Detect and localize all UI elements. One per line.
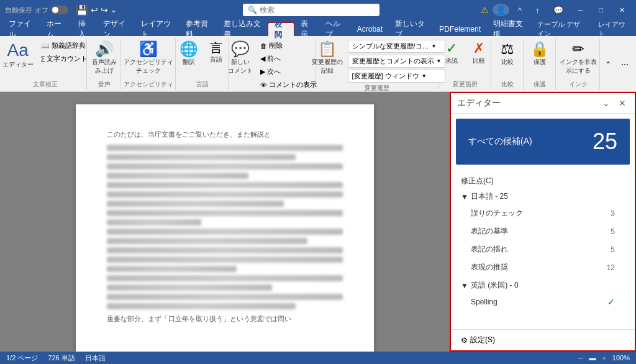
editor-item-en-spelling[interactable]: Spelling ✓ [461, 293, 625, 311]
ribbon-collapse-btn[interactable]: ^ [513, 3, 527, 17]
protect-icon: 🔒 [530, 42, 549, 57]
ink-group-label: インク [569, 80, 588, 89]
tab-view[interactable]: 表示 [294, 22, 320, 36]
voice-group-label: 音声 [98, 80, 111, 89]
tab-help[interactable]: ヘルプ [319, 22, 351, 36]
tab-home[interactable]: ホーム [40, 22, 72, 36]
close-btn[interactable]: ✕ [613, 4, 631, 17]
minimize-btn[interactable]: ─ [572, 4, 589, 16]
tab-pdfelement[interactable]: PDFelement [433, 22, 487, 36]
maximize-btn[interactable]: □ [593, 4, 609, 16]
thesaurus-btn[interactable]: 📖 類義語辞典 [39, 40, 91, 52]
autosave-toggle[interactable] [51, 6, 68, 14]
thesaurus-icon: 📖 [41, 42, 50, 50]
read-aloud-btn[interactable]: 🔊 音声読みみ上げ [89, 40, 119, 77]
ribbon-toggle-btn[interactable]: ⌃ [601, 58, 615, 71]
editor-settings-area[interactable]: ⚙ 設定(S) [451, 329, 635, 350]
compare-btn[interactable]: ⚖ 比較 [495, 40, 520, 68]
new-comment-btn[interactable]: 💬 新しいコメント [225, 40, 255, 77]
dropdown-arrow-1: ▼ [432, 43, 437, 49]
tab-references[interactable]: 参考資料 [179, 22, 217, 36]
track-dropdown-1[interactable]: シンプルな変更履歴/コ… ▼ [348, 40, 446, 53]
language-buttons: 🌐 翻訳 言 言語 [176, 40, 229, 79]
accept-btn[interactable]: ✓ 承認 [439, 40, 464, 67]
protect-btn[interactable]: 🔒 保護 [527, 40, 552, 68]
share-btn[interactable]: ↑ [530, 3, 545, 17]
tab-insert[interactable]: 挿入 [72, 22, 98, 36]
undo-icon[interactable]: ↩ [91, 5, 98, 15]
delete-icon: 🗑 [260, 42, 267, 50]
editor-item-hyoki-yure[interactable]: 表記の揺れ 5 [461, 240, 625, 258]
item-label-hyoki-yure: 表記の揺れ [471, 244, 508, 255]
tracking-group-label: 変更履歴 [365, 84, 389, 93]
compare-label: 比較 [501, 58, 514, 66]
wordcount-btn[interactable]: Σ 文字カウント [39, 53, 91, 65]
accept-label: 承認 [445, 57, 458, 65]
translate-btn[interactable]: 🌐 翻訳 [176, 40, 201, 68]
doc-line-18 [107, 303, 296, 309]
title-bar-right: ⚠ 👤 ^ ↑ 💬 ─ □ ✕ [481, 3, 631, 17]
hide-ink-btn[interactable]: ✏ インクを非表示にする [557, 40, 599, 77]
tab-layout[interactable]: レイアウト [135, 22, 179, 36]
tab-newtab[interactable]: 新しいタブ [389, 22, 433, 36]
tab-acrobat[interactable]: Acrobat [351, 22, 389, 36]
editor-close-btn[interactable]: ✕ [616, 97, 629, 109]
track-dropdown-3[interactable]: [変更履歴] ウィンドウ ▼ [348, 70, 446, 83]
document-area: このたびは、当庁文書をごご覧いただき、また解説と 重要な部分、まず「口立年を取り… [0, 92, 450, 364]
more-icon[interactable]: ⌄ [111, 6, 117, 14]
search-bar[interactable]: 🔍 [243, 4, 379, 16]
status-zoom-out[interactable]: ─ [578, 354, 583, 362]
lang-header-english[interactable]: ▼ 英語 (米国) - 0 [461, 280, 625, 291]
accessibility-check-btn[interactable]: ♿ アクセシビリティチェック [121, 40, 176, 77]
language-btn[interactable]: 言 言語 [204, 40, 229, 66]
ribbon-group-tracking: 📋 変更履歴の記録 シンプルな変更履歴/コ… ▼ 変更履歴とコメントの表示 ▼ … [317, 39, 438, 90]
editor-item-spelling[interactable]: 誤りのチェック 3 [461, 204, 625, 222]
warning-icon: ⚠ [481, 5, 489, 15]
editor-lang-group-english: ▼ 英語 (米国) - 0 Spelling ✓ [461, 280, 625, 311]
title-center: 🔍 [243, 4, 481, 16]
tab-meisaisho[interactable]: 明細書支援 [487, 22, 531, 36]
reject-btn[interactable]: ✗ 比較 [466, 40, 491, 67]
editor-summary-count: 25 [593, 129, 617, 155]
tab-table-layout[interactable]: レイアウト [592, 22, 634, 36]
wordcount-icon: Σ [41, 55, 45, 63]
comment-btn[interactable]: 💬 [548, 3, 568, 17]
status-language[interactable]: 日本語 [85, 353, 106, 363]
search-input[interactable] [260, 6, 371, 14]
status-right: ─ ▬ + 100% [578, 354, 630, 362]
track-dropdown-2[interactable]: 変更履歴とコメントの表示 ▼ [348, 55, 446, 68]
status-page[interactable]: 1/2 ページ [6, 353, 38, 363]
editor-item-hyogen[interactable]: 表現の推奨 12 [461, 258, 625, 276]
doc-line-8 [107, 210, 343, 216]
editor-minimize-btn[interactable]: ⌄ [600, 97, 612, 109]
track-changes-btn[interactable]: 📋 変更履歴の記録 [309, 40, 345, 77]
status-zoom[interactable]: 100% [612, 354, 630, 362]
user-icon[interactable]: 👤 [493, 4, 509, 16]
doc-line-2 [107, 154, 296, 160]
tab-review[interactable]: 校閲 [268, 22, 294, 36]
status-zoom-in[interactable]: + [602, 354, 606, 362]
redo-icon[interactable]: ↪ [101, 5, 108, 15]
item-count-hyoki-kijun: 5 [611, 227, 615, 236]
status-words[interactable]: 726 単語 [48, 353, 75, 363]
search-icon: 🔍 [248, 6, 257, 14]
editor-panel-title: エディター [457, 98, 501, 109]
tab-design[interactable]: デザイン [97, 22, 135, 36]
document-page[interactable]: このたびは、当庁文書をごご覧いただき、また解説と 重要な部分、まず「口立年を取り… [76, 104, 374, 352]
ribbon-more-btn[interactable]: ⋯ [617, 58, 632, 71]
tab-table-design[interactable]: テーブル デザイン [531, 22, 592, 36]
editor-summary[interactable]: すべての候補(A) 25 [456, 119, 630, 165]
new-comment-label: 新しいコメント [228, 58, 253, 75]
autosave-state: オフ [35, 6, 48, 15]
save-icon[interactable]: 💾 [76, 4, 88, 16]
item-label-en-spelling: Spelling [471, 298, 497, 306]
editor-item-hyoki-kijun[interactable]: 表記の基準 5 [461, 222, 625, 240]
editor-btn[interactable]: Aa エディター [0, 40, 36, 71]
changes-group-label: 変更箇所 [453, 80, 478, 89]
read-aloud-icon: 🔊 [95, 42, 114, 57]
read-aloud-label: 音声読みみ上げ [92, 58, 117, 75]
tab-file[interactable]: ファイル [2, 22, 40, 36]
status-zoom-bar[interactable]: ▬ [589, 354, 596, 362]
tab-mailings[interactable]: 差し込み文書 [217, 22, 268, 36]
lang-header-japanese[interactable]: ▼ 日本語 - 25 [461, 191, 625, 202]
